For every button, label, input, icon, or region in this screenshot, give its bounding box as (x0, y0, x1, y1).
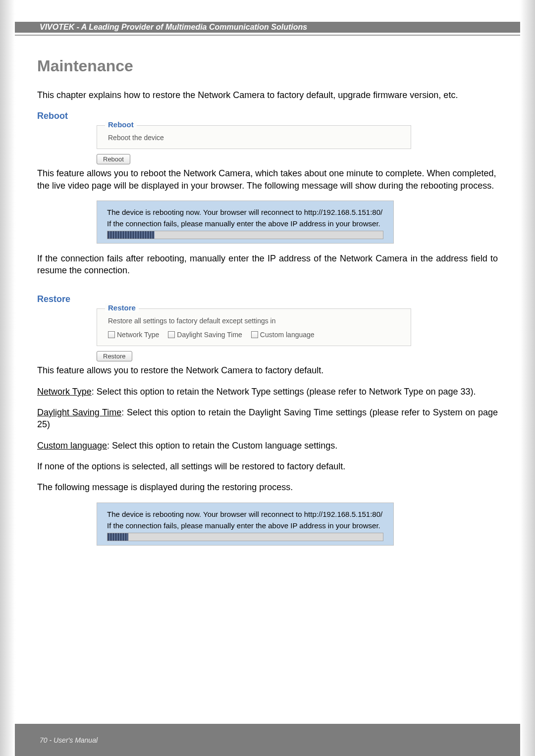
checkbox-label-network-type: Network Type (117, 331, 159, 339)
restore-fieldset: Restore Restore all settings to factory … (97, 308, 411, 346)
footer-text: 70 - User's Manual (40, 736, 98, 744)
reboot-button[interactable]: Reboot (97, 154, 130, 164)
restore-heading: Restore (37, 294, 498, 304)
page-header: VIVOTEK - A Leading Provider of Multimed… (15, 22, 520, 42)
restore-progress (107, 533, 383, 541)
network-type-rest: : Select this option to retain the Netwo… (92, 387, 476, 397)
restore-desc: Restore all settings to factory default … (108, 317, 400, 325)
reboot-msg-line2: If the connection fails, please manually… (107, 219, 383, 228)
restore-paragraph-1: This feature allows you to restore the N… (37, 364, 498, 376)
checkbox-custom-language[interactable] (251, 331, 258, 338)
restore-message-box: The device is rebooting now. Your browse… (97, 503, 394, 546)
restore-paragraph-nt: Network Type: Select this option to reta… (37, 386, 498, 398)
reboot-heading: Reboot (37, 111, 498, 121)
checkbox-daylight-saving[interactable] (168, 331, 175, 338)
page-title: Maintenance (37, 57, 498, 75)
intro-paragraph: This chapter explains how to restore the… (37, 89, 498, 101)
restore-paragraph-5: The following message is displayed durin… (37, 481, 498, 493)
network-type-label: Network Type (37, 387, 92, 397)
restore-paragraph-dst: Daylight Saving Time: Select this option… (37, 406, 498, 431)
restore-paragraph-cl: Custom language: Select this option to r… (37, 440, 498, 452)
reboot-msg-line1: The device is rebooting now. Your browse… (107, 208, 383, 216)
page-footer: 70 - User's Manual (15, 724, 520, 756)
daylight-saving-label: Daylight Saving Time (37, 407, 121, 417)
restore-button[interactable]: Restore (97, 351, 132, 361)
reboot-paragraph-2: If the connection fails after rebooting,… (37, 252, 498, 277)
restore-legend: Restore (105, 303, 139, 312)
custom-language-rest: : Select this option to retain the Custo… (107, 441, 337, 451)
restore-paragraph-4: If none of the options is selected, all … (37, 460, 498, 472)
restore-msg-line1: The device is rebooting now. Your browse… (107, 510, 383, 518)
reboot-message-box: The device is rebooting now. Your browse… (97, 201, 394, 244)
restore-msg-line2: If the connection fails, please manually… (107, 521, 383, 530)
header-text: VIVOTEK - A Leading Provider of Multimed… (40, 23, 307, 32)
reboot-fieldset: Reboot Reboot the device (97, 125, 411, 149)
checkbox-network-type[interactable] (108, 331, 115, 338)
reboot-desc: Reboot the device (108, 134, 400, 142)
checkbox-label-custom-language: Custom language (260, 331, 315, 339)
reboot-paragraph-1: This feature allows you to reboot the Ne… (37, 167, 498, 192)
reboot-legend: Reboot (105, 120, 137, 129)
reboot-progress (107, 231, 383, 239)
custom-language-label: Custom language (37, 441, 107, 451)
checkbox-label-daylight-saving: Daylight Saving Time (177, 331, 242, 339)
